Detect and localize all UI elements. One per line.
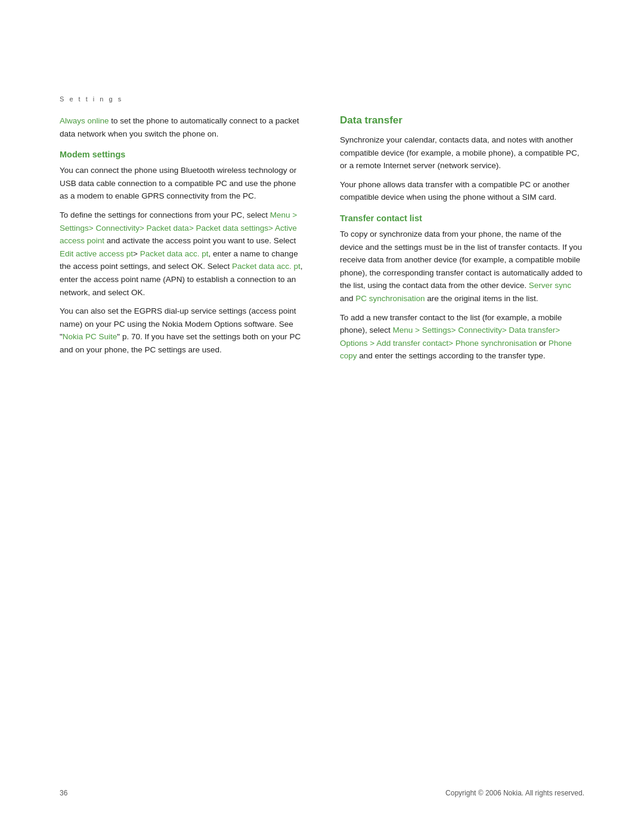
transfer-link2: PC synchronisation: [355, 294, 425, 303]
modem-settings-body2-suffix: and activate the access point you want t…: [104, 236, 296, 245]
transfer-contact-list-heading: Transfer contact list: [340, 213, 584, 223]
data-transfer-heading: Data transfer: [340, 114, 584, 126]
always-online-paragraph: Always online to set the phone to automa…: [60, 114, 304, 140]
section-label: S e t t i n g s: [60, 95, 584, 103]
modem-settings-link2: Edit active access pt: [60, 249, 133, 258]
transfer-body1c: are the original items in the list.: [425, 294, 538, 303]
transfer-link4: Phone synchronisation: [456, 339, 537, 348]
transfer-body2-suffix1: or: [537, 339, 549, 348]
left-column: Always online to set the phone to automa…: [60, 114, 304, 363]
modem-settings-body2-suffix2: >: [133, 249, 140, 258]
transfer-body1: To copy or synchronize data from your ph…: [340, 228, 584, 305]
data-transfer-body1: Synchronize your calendar, contacts data…: [340, 134, 584, 172]
modem-settings-link3: Packet data acc. pt: [140, 249, 209, 258]
always-online-link: Always online: [60, 116, 109, 125]
right-column: Data transfer Synchronize your calendar,…: [340, 114, 584, 368]
transfer-link1: Server sync: [529, 281, 571, 290]
footer-copyright: Copyright © 2006 Nokia. All rights reser…: [445, 789, 584, 797]
modem-settings-body2-prefix: To define the settings for connections f…: [60, 210, 270, 219]
two-column-layout: Always online to set the phone to automa…: [60, 114, 584, 368]
data-transfer-body2: Your phone allows data transfer with a c…: [340, 178, 584, 204]
transfer-body1b: and: [340, 294, 355, 303]
modem-settings-body3: You can also set the EGPRS dial-up servi…: [60, 305, 304, 356]
transfer-body2-suffix2: and enter the settings according to the …: [357, 351, 546, 360]
modem-settings-heading: Modem settings: [60, 150, 304, 159]
page-container: S e t t i n g s Always online to set the…: [0, 0, 644, 833]
modem-settings-link5: Nokia PC Suite: [63, 332, 117, 341]
modem-settings-link4: Packet data acc. pt: [232, 262, 301, 271]
modem-settings-body2: To define the settings for connections f…: [60, 209, 304, 299]
page-number: 36: [60, 789, 67, 797]
modem-settings-body1: You can connect the phone using Bluetoot…: [60, 164, 304, 203]
page-footer: 36 Copyright © 2006 Nokia. All rights re…: [60, 789, 584, 797]
transfer-body2: To add a new transfer contact to the lis…: [340, 311, 584, 363]
